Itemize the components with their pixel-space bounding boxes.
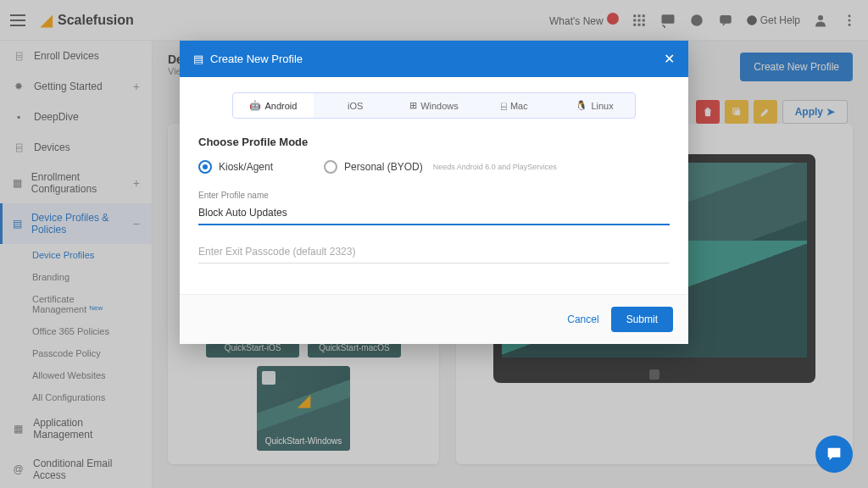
radio-kiosk[interactable]: Kiosk/Agent — [198, 160, 273, 174]
modal-title: Create New Profile — [210, 53, 303, 65]
tab-linux[interactable]: 🐧Linux — [554, 93, 635, 118]
profile-name-input[interactable] — [198, 202, 670, 225]
windows-icon: ⊞ — [409, 100, 417, 111]
exit-passcode-input[interactable] — [198, 241, 670, 263]
tab-windows[interactable]: ⊞Windows — [394, 93, 475, 118]
profile-name-label: Enter Profile name — [198, 191, 670, 200]
android-icon: 🤖 — [249, 100, 261, 111]
tab-android[interactable]: 🤖Android — [233, 93, 314, 118]
mac-icon: ⌸ — [501, 101, 507, 111]
chat-fab[interactable] — [815, 435, 853, 473]
clipboard-icon: ▤ — [193, 53, 203, 65]
linux-icon: 🐧 — [576, 100, 587, 111]
radio-checked-icon — [198, 160, 212, 174]
tab-mac[interactable]: ⌸Mac — [474, 93, 554, 118]
close-icon[interactable]: ✕ — [664, 51, 675, 67]
choose-mode-label: Choose Profile Mode — [198, 136, 670, 148]
os-tabs: 🤖Android iOS ⊞Windows ⌸Mac 🐧Linux — [232, 92, 636, 119]
submit-button[interactable]: Submit — [611, 307, 673, 332]
tab-ios[interactable]: iOS — [314, 93, 394, 118]
radio-unchecked-icon — [324, 160, 337, 174]
cancel-button[interactable]: Cancel — [567, 307, 598, 332]
radio-byod[interactable]: Personal (BYOD)Needs Android 6.0 and Pla… — [324, 160, 557, 174]
create-profile-modal: ▤ Create New Profile ✕ 🤖Android iOS ⊞Win… — [180, 41, 688, 344]
